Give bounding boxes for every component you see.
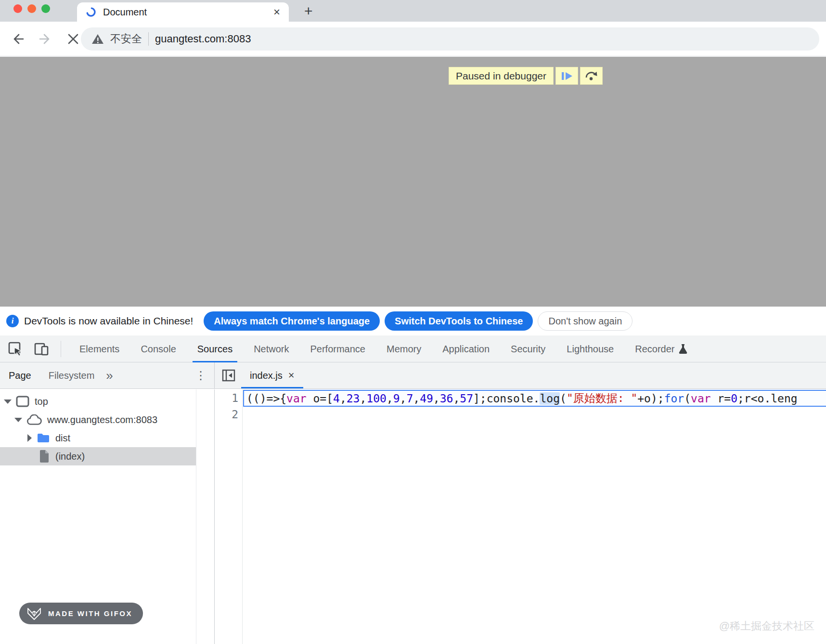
code-token: 100: [366, 392, 387, 405]
code-token: (()=>{: [246, 392, 286, 405]
devtools-tab-elements[interactable]: Elements: [69, 335, 130, 362]
devtools-tab-bar: ElementsConsoleSourcesNetworkPerformance…: [0, 335, 826, 362]
address-bar[interactable]: 不安全 guangtest.com:8083: [81, 27, 819, 51]
paused-execution-line[interactable]: (()=>{var o=[4,23,100,9,7,49,36,57];cons…: [243, 390, 826, 407]
code-token: ,: [453, 392, 460, 405]
hide-navigator-button[interactable]: [215, 369, 241, 382]
code-token: +o);: [637, 392, 664, 405]
tab-close-icon[interactable]: ×: [273, 6, 280, 18]
devtools-tab-sources[interactable]: Sources: [187, 335, 243, 362]
tree-item-label: (index): [55, 451, 85, 462]
flask-icon: [678, 343, 688, 355]
expanded-arrow-icon[interactable]: [4, 399, 12, 404]
tree-item-index-selected[interactable]: (index): [0, 447, 196, 465]
paused-in-debugger-banner: Paused in debugger: [449, 67, 603, 85]
browser-toolbar: 不安全 guangtest.com:8083: [0, 22, 826, 56]
not-secure-warning-icon[interactable]: [91, 33, 104, 45]
page-viewport: Paused in debugger: [0, 57, 826, 307]
url-text[interactable]: guangtest.com:8083: [155, 33, 251, 45]
tree-item-label: www.guangtest.com:8083: [47, 414, 157, 425]
collapsed-arrow-icon[interactable]: [27, 434, 32, 442]
navigator-tab-page[interactable]: Page: [0, 370, 40, 381]
devtools-tab-label: Elements: [79, 344, 119, 355]
code-token: ,: [360, 392, 366, 405]
infobar-message: DevTools is now available in Chinese!: [24, 315, 193, 327]
toolbar-divider: [61, 341, 61, 357]
code-token: 7: [406, 392, 413, 405]
editor-tab-label: index.js: [250, 370, 283, 381]
code-token: ,: [413, 392, 420, 405]
resume-script-button[interactable]: [555, 67, 578, 85]
step-over-button[interactable]: [580, 67, 603, 85]
code-token: 9: [393, 392, 400, 405]
devtools-tab-memory[interactable]: Memory: [376, 335, 432, 362]
resume-icon: [561, 71, 573, 81]
navigator-more-options-icon[interactable]: ⋮: [194, 365, 208, 386]
line-number[interactable]: 2: [215, 406, 238, 423]
tree-item-top[interactable]: top: [0, 392, 196, 411]
devtools-tab-label: Security: [511, 344, 545, 355]
tab-title: Document: [103, 7, 273, 18]
code-token: ,: [387, 392, 393, 405]
code-token: 36: [440, 392, 453, 405]
devtools-tab-label: Memory: [387, 344, 421, 355]
minimize-window-button[interactable]: [27, 4, 36, 13]
paused-label: Paused in debugger: [449, 67, 554, 85]
cloud-icon: [26, 414, 42, 425]
code-token: ;r<o.leng: [737, 392, 798, 405]
devtools-tab-application[interactable]: Application: [432, 335, 500, 362]
line-number[interactable]: 1: [215, 390, 238, 406]
tree-item-domain[interactable]: www.guangtest.com:8083: [0, 411, 196, 429]
close-window-button[interactable]: [13, 4, 22, 13]
devtools-tab-label: Network: [254, 344, 289, 355]
devtools-tab-network[interactable]: Network: [243, 335, 299, 362]
code-token: 57: [460, 392, 473, 405]
address-divider: [148, 32, 149, 46]
code-token: o=[: [307, 392, 333, 405]
devtools-tab-performance[interactable]: Performance: [300, 335, 376, 362]
file-icon: [39, 450, 50, 463]
code-token: 49: [420, 392, 433, 405]
tab-loading-spinner-icon: [86, 7, 96, 17]
maximize-window-button[interactable]: [41, 4, 50, 13]
code-token: 0: [731, 392, 737, 405]
inspect-element-icon[interactable]: [8, 341, 23, 357]
more-tabs-chevron-icon[interactable]: »: [103, 368, 116, 383]
fox-logo-icon: [26, 606, 42, 621]
devtools-tab-label: Lighthouse: [567, 344, 614, 355]
code-token: for: [664, 392, 684, 405]
expanded-arrow-icon[interactable]: [14, 418, 22, 422]
code-token: ,: [400, 392, 407, 405]
tree-item-label: top: [35, 396, 48, 407]
device-toolbar-icon[interactable]: [34, 342, 49, 356]
editor-tab-bar: index.js ×: [215, 362, 826, 388]
devtools-tab-label: Performance: [310, 344, 366, 355]
devtools-tab-lighthouse[interactable]: Lighthouse: [556, 335, 624, 362]
security-label[interactable]: 不安全: [110, 32, 142, 46]
code-token: var: [286, 392, 307, 405]
new-tab-button[interactable]: +: [304, 3, 313, 19]
editor-tab-indexjs[interactable]: index.js ×: [241, 362, 303, 388]
devtools-tab-security[interactable]: Security: [500, 335, 556, 362]
window-tab-strip: Document × +: [0, 0, 826, 22]
devtools-tab-console[interactable]: Console: [130, 335, 186, 362]
browser-tab[interactable]: Document ×: [77, 2, 289, 22]
file-tree: top www.guangtest.com:8083 dist: [0, 389, 214, 465]
back-button[interactable]: [9, 30, 26, 48]
match-chrome-language-button[interactable]: Always match Chrome's language: [204, 311, 380, 331]
editor-tab-close-icon[interactable]: ×: [288, 369, 295, 382]
code-token: "原始数据: ": [567, 391, 637, 406]
devtools-language-infobar: i DevTools is now available in Chinese! …: [0, 307, 826, 335]
tree-item-dist[interactable]: dist: [0, 429, 196, 447]
stop-loading-button[interactable]: [65, 30, 82, 48]
switch-devtools-chinese-button[interactable]: Switch DevTools to Chinese: [385, 311, 533, 331]
navigator-tab-filesystem[interactable]: Filesystem: [40, 370, 103, 381]
browser-window: Document × + 不安全 guangtest.com:8083: [0, 0, 826, 644]
code-token: ,: [433, 392, 440, 405]
forward-button[interactable]: [37, 30, 54, 48]
gifox-label: MADE WITH GIFOX: [48, 609, 132, 618]
code-editor[interactable]: 1 2 (()=>{var o=[4,23,100,9,7,49,36,57];…: [215, 389, 826, 644]
devtools-tabs: ElementsConsoleSourcesNetworkPerformance…: [69, 335, 698, 362]
dont-show-again-button[interactable]: Don't show again: [538, 311, 632, 331]
devtools-tab-recorder[interactable]: Recorder: [624, 335, 698, 362]
